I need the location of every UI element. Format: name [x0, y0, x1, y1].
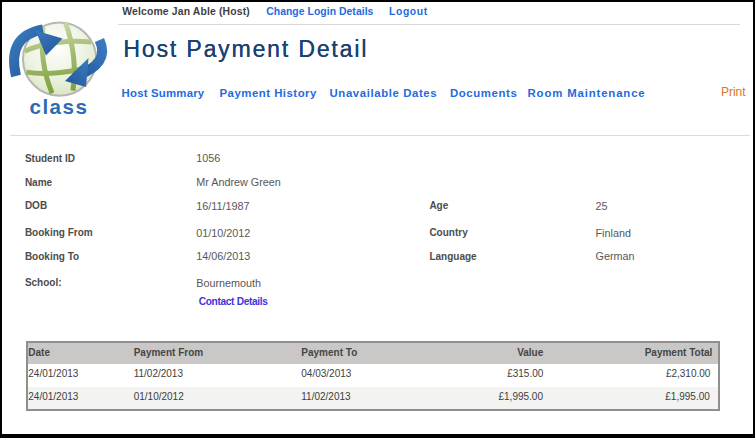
svg-text:class: class: [30, 95, 89, 118]
